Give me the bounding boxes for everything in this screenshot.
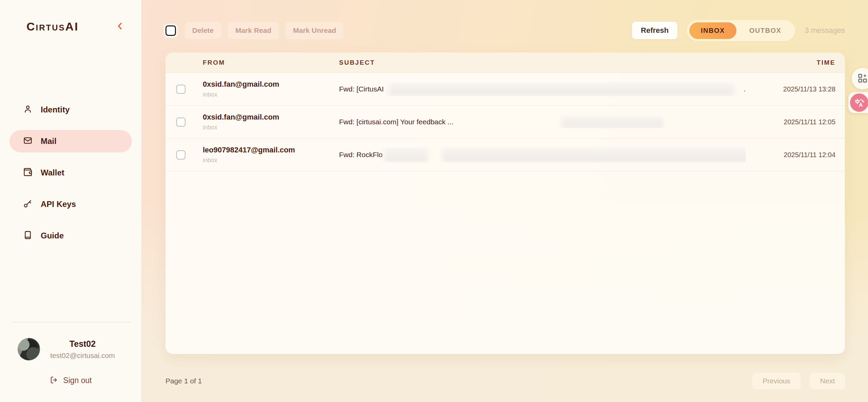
user-card: Test02 test02@cirtusai.com — [0, 338, 141, 360]
grid-sparkle-icon — [857, 73, 868, 85]
sender-address: 0xsid.fan@gmail.com — [203, 113, 339, 122]
mailbox-tabs: INBOX OUTBOX — [687, 20, 795, 41]
page-indicator: Page 1 of 1 — [165, 377, 202, 385]
sidebar-nav: Identity Mail Wallet API Keys — [0, 99, 141, 247]
user-icon — [23, 104, 33, 115]
sidebar-item-mail[interactable]: Mail — [9, 130, 132, 152]
mail-row[interactable]: 0xsid.fan@gmail.com inbox Fwd: [cirtusai… — [165, 106, 845, 139]
mail-list-panel: FROM SUBJECT TIME 0xsid.fan@gmail.com in… — [165, 52, 845, 354]
toolbar-left-group: Delete Mark Read Mark Unread — [165, 22, 343, 39]
subject-text: Fwd: [cirtusai.com] Your feedback ... — [339, 118, 453, 126]
key-icon — [23, 199, 33, 210]
row-checkbox[interactable] — [176, 85, 185, 94]
from-cell: leo907982417@gmail.com inbox — [203, 146, 339, 164]
mail-table-header: FROM SUBJECT TIME — [165, 52, 845, 73]
subject-tail: . — [742, 85, 746, 93]
sidebar-header: CirtusAI — [0, 0, 141, 34]
sidebar-item-label: Identity — [41, 105, 70, 114]
sidebar-item-identity[interactable]: Identity — [9, 99, 132, 121]
subject-text: Fwd: RockFlo — [339, 151, 382, 159]
sidebar-item-label: API Keys — [41, 199, 76, 209]
folder-label: inbox — [203, 157, 339, 164]
message-count: 3 messages — [805, 26, 845, 35]
sidebar-user-section: Test02 test02@cirtusai.com Sign out — [0, 322, 141, 402]
column-header-from: FROM — [203, 59, 339, 66]
mark-read-button[interactable]: Mark Read — [228, 22, 279, 39]
sender-address: 0xsid.fan@gmail.com — [203, 80, 339, 89]
subject-cell: Fwd: [cirtusai.com] Your feedback ... — [339, 115, 746, 128]
from-cell: 0xsid.fan@gmail.com inbox — [203, 80, 339, 98]
column-header-subject: SUBJECT — [339, 59, 746, 66]
app-logo: CirtusAI — [26, 20, 79, 33]
previous-page-button[interactable]: Previous — [752, 373, 801, 389]
subject-cell: Fwd: RockFlo — [339, 147, 746, 163]
mail-icon — [23, 136, 33, 147]
sidebar-item-wallet[interactable]: Wallet — [9, 162, 132, 184]
refresh-button[interactable]: Refresh — [632, 22, 677, 39]
sidebar-item-label: Wallet — [41, 168, 64, 177]
app-root: CirtusAI Identity Mail — [0, 0, 868, 402]
mail-row[interactable]: 0xsid.fan@gmail.com inbox Fwd: [CirtusAI… — [165, 73, 845, 106]
user-email: test02@cirtusai.com — [40, 352, 125, 360]
translate-extension-button[interactable] — [848, 92, 868, 113]
redacted-text — [384, 147, 428, 163]
extension-apps-button[interactable] — [852, 68, 868, 89]
from-cell: 0xsid.fan@gmail.com inbox — [203, 113, 339, 131]
sidebar: CirtusAI Identity Mail — [0, 0, 142, 402]
tab-inbox[interactable]: INBOX — [689, 22, 736, 39]
mail-list-empty-space — [165, 171, 845, 354]
avatar — [18, 338, 40, 360]
sidebar-item-label: Mail — [41, 136, 57, 146]
mail-time: 2025/11/11 12:04 — [746, 151, 835, 159]
sidebar-collapse-button[interactable] — [114, 20, 126, 34]
select-all-checkbox[interactable] — [165, 25, 176, 36]
mail-toolbar: Delete Mark Read Mark Unread Refresh INB… — [165, 22, 845, 39]
pagination-buttons: Previous Next — [752, 373, 845, 389]
subject-cell: Fwd: [CirtusAI . — [339, 82, 746, 96]
translate-icon — [850, 93, 868, 112]
row-checkbox[interactable] — [176, 150, 185, 160]
sign-out-label: Sign out — [63, 376, 92, 385]
mail-time: 2025/11/11 12:05 — [746, 118, 835, 126]
mark-unread-button[interactable]: Mark Unread — [285, 22, 343, 39]
folder-label: inbox — [203, 91, 339, 98]
mail-row[interactable]: leo907982417@gmail.com inbox Fwd: RockFl… — [165, 139, 845, 171]
column-header-time: TIME — [746, 59, 835, 66]
sender-address: leo907982417@gmail.com — [203, 146, 339, 154]
toolbar-right-group: Refresh INBOX OUTBOX 3 messages — [632, 20, 845, 41]
sign-out-button[interactable]: Sign out — [0, 375, 141, 386]
mail-time: 2025/11/13 13:28 — [746, 85, 835, 93]
redacted-text — [562, 115, 664, 128]
redacted-text — [442, 147, 746, 163]
chevron-left-icon — [115, 21, 125, 32]
folder-label: inbox — [203, 124, 339, 131]
pagination-bar: Page 1 of 1 Previous Next — [165, 373, 845, 389]
subject-text: Fwd: [CirtusAI — [339, 85, 384, 93]
main-content: Delete Mark Read Mark Unread Refresh INB… — [142, 0, 868, 402]
next-page-button[interactable]: Next — [810, 373, 845, 389]
tab-outbox[interactable]: OUTBOX — [738, 22, 793, 39]
logout-icon — [50, 376, 58, 385]
book-icon — [23, 230, 33, 241]
wallet-icon — [23, 167, 33, 178]
sidebar-divider — [11, 322, 131, 322]
user-name: Test02 — [40, 339, 125, 349]
row-checkbox[interactable] — [176, 118, 185, 127]
sidebar-item-api-keys[interactable]: API Keys — [9, 193, 132, 215]
delete-button[interactable]: Delete — [185, 22, 221, 39]
user-meta: Test02 test02@cirtusai.com — [40, 339, 125, 360]
sidebar-item-label: Guide — [41, 231, 64, 240]
sidebar-item-guide[interactable]: Guide — [9, 225, 132, 247]
redacted-text — [389, 82, 734, 96]
